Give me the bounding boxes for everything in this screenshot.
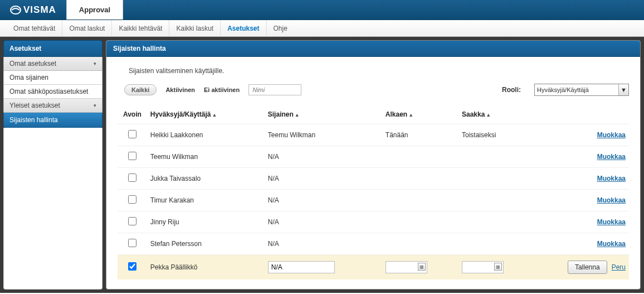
sort-arrow-icon: ▲ (295, 112, 300, 118)
module-tab-approval[interactable]: Approval (66, 0, 123, 20)
edit-link[interactable]: Muokkaa (597, 131, 626, 139)
row-open-checkbox[interactable] (128, 130, 136, 138)
sidebar-title: Asetukset (3, 40, 103, 57)
nav-asetukset[interactable]: Asetukset (221, 20, 266, 36)
cell-saakka (458, 168, 523, 190)
substitutes-table: Avoin Hyväksyjä/Käyttäjä▲ Sijainen▲ Alka… (118, 106, 629, 279)
edit-link[interactable]: Muokkaa (597, 153, 626, 161)
row-open-checkbox[interactable] (128, 239, 136, 247)
cell-saakka (458, 190, 523, 211)
sort-arrow-icon: ▲ (486, 112, 491, 118)
cell-sijainen: Teemu Wilkman (265, 124, 382, 146)
table-row: Jukka TaivassaloN/AMuokkaa (118, 168, 629, 190)
cell-sijainen: N/A (265, 211, 382, 233)
cancel-link[interactable]: Peru (612, 263, 626, 271)
cell-approver: Stefan Petersson (147, 233, 265, 255)
brand-logo: VISMA (0, 0, 66, 20)
cell-approver: Teemu Wilkman (147, 146, 265, 168)
row-open-checkbox[interactable] (128, 217, 136, 225)
chevron-down-icon: ▾ (94, 61, 96, 66)
cell-approver: Jinny Riju (147, 211, 265, 233)
panel-title: Sijaisten hallinta (106, 41, 640, 57)
cell-saakka: Toistaiseksi (458, 124, 523, 146)
cell-alkaen (382, 233, 458, 255)
nav-ohje[interactable]: Ohje (267, 20, 294, 36)
visma-icon (10, 6, 21, 15)
sidebar: Asetukset Omat asetukset▾ Oma sijainen O… (3, 40, 103, 290)
name-filter-input[interactable] (248, 84, 301, 95)
col-header-avoin[interactable]: Avoin (118, 106, 147, 124)
chevron-down-icon: ▾ (94, 103, 96, 108)
cell-approver: Heikki Laakkonen (147, 124, 265, 146)
cell-saakka (458, 211, 523, 233)
filter-toolbar: Kaikki Aktiivinen Ei aktiivinen Rooli: H… (124, 84, 629, 96)
cell-approver: Timur Karakan (147, 190, 265, 211)
cell-sijainen: N/A (265, 146, 382, 168)
filter-inactive-option[interactable]: Ei aktiivinen (204, 86, 240, 93)
sidebar-item-oma-sijainen[interactable]: Oma sijainen (3, 71, 103, 85)
cell-saakka (458, 146, 523, 168)
table-row-editing: Pekka Päällikkö▦▦TallennaPeru (118, 255, 629, 280)
row-open-checkbox[interactable] (128, 262, 136, 271)
row-open-checkbox[interactable] (128, 152, 136, 160)
row-open-checkbox[interactable] (128, 195, 136, 204)
sidebar-section-yleiset-asetukset[interactable]: Yleiset asetukset▾ (3, 99, 103, 113)
cell-alkaen (382, 190, 458, 211)
cell-alkaen: Tänään (382, 124, 458, 146)
sort-arrow-icon: ▲ (408, 112, 413, 118)
calendar-icon[interactable]: ▦ (418, 263, 426, 271)
nav-omat-laskut[interactable]: Omat laskut (62, 20, 112, 36)
cell-approver: Pekka Päällikkö (147, 255, 265, 280)
dropdown-caret-icon: ▼ (618, 84, 628, 95)
cell-alkaen (382, 211, 458, 233)
role-select[interactable]: Hyväksyjä/Käyttäjä ▼ (534, 84, 629, 96)
nav-omat-tehtavat[interactable]: Omat tehtävät (7, 20, 62, 36)
role-label: Rooli: (502, 86, 521, 94)
save-button[interactable]: Tallenna (568, 261, 607, 274)
edit-link[interactable]: Muokkaa (597, 175, 626, 182)
panel-description: Sijaisten valitseminen käyttäjille. (129, 67, 629, 75)
calendar-icon[interactable]: ▦ (494, 263, 502, 271)
edit-link[interactable]: Muokkaa (597, 218, 626, 226)
edit-link[interactable]: Muokkaa (597, 240, 626, 248)
edit-link[interactable]: Muokkaa (597, 196, 626, 204)
col-header-saakka[interactable]: Saakka▲ (458, 106, 523, 124)
nav-kaikki-tehtavat[interactable]: Kaikki tehtävät (112, 20, 169, 36)
filter-all-button[interactable]: Kaikki (124, 84, 157, 95)
panel-body: Sijaisten valitseminen käyttäjille. Kaik… (106, 57, 640, 285)
filter-active-option[interactable]: Aktiivinen (165, 86, 195, 93)
cell-saakka (458, 233, 523, 255)
table-row: Stefan PeterssonN/AMuokkaa (118, 233, 629, 255)
sub-navigation: Omat tehtävät Omat laskut Kaikki tehtävä… (0, 20, 644, 37)
cell-sijainen: N/A (265, 233, 382, 255)
sidebar-item-omat-sahkoposti[interactable]: Omat sähköpostiasetukset (3, 85, 103, 99)
sidebar-section-omat-asetukset[interactable]: Omat asetukset▾ (3, 57, 103, 71)
table-row: Teemu WilkmanN/AMuokkaa (118, 146, 629, 168)
content-panel: Sijaisten hallinta Sijaisten valitsemine… (106, 40, 641, 290)
top-bar: VISMA Approval (0, 0, 644, 20)
table-row: Heikki LaakkonenTeemu WilkmanTänäänToist… (118, 124, 629, 146)
nav-kaikki-laskut[interactable]: Kaikki laskut (169, 20, 221, 36)
sidebar-empty-area (3, 128, 103, 290)
sidebar-item-sijaisten-hallinta[interactable]: Sijaisten hallinta (3, 113, 103, 128)
cell-approver: Jukka Taivassalo (147, 168, 265, 190)
row-open-checkbox[interactable] (128, 173, 136, 182)
cell-sijainen: N/A (265, 168, 382, 190)
cell-sijainen: N/A (265, 190, 382, 211)
col-header-sijainen[interactable]: Sijainen▲ (265, 106, 382, 124)
main-area: Asetukset Omat asetukset▾ Oma sijainen O… (0, 37, 644, 293)
sijainen-input[interactable] (268, 261, 335, 273)
col-header-alkaen[interactable]: Alkaen▲ (382, 106, 458, 124)
table-row: Jinny RijuN/AMuokkaa (118, 211, 629, 233)
cell-alkaen (382, 168, 458, 190)
brand-text: VISMA (23, 4, 56, 16)
sort-arrow-icon: ▲ (212, 112, 217, 118)
col-header-approver[interactable]: Hyväksyjä/Käyttäjä▲ (147, 106, 265, 124)
table-row: Timur KarakanN/AMuokkaa (118, 190, 629, 211)
cell-alkaen (382, 146, 458, 168)
